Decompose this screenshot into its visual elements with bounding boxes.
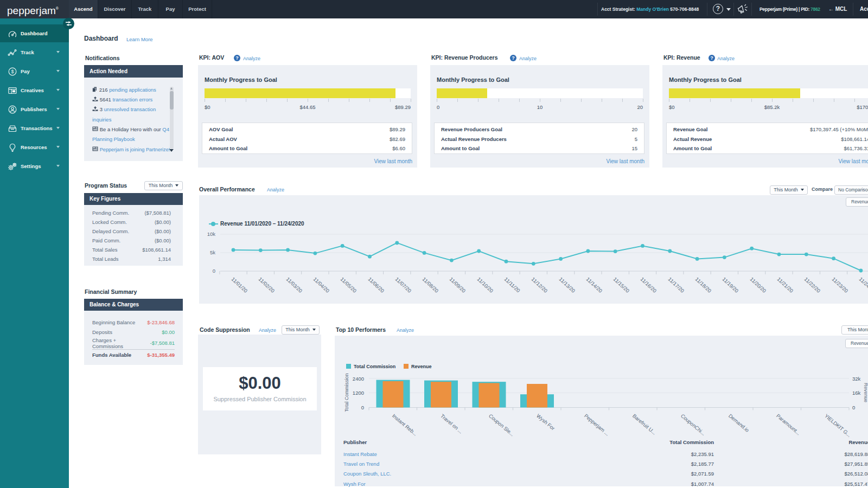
svg-text:2400: 2400 [353, 376, 364, 382]
svg-text:32k: 32k [852, 376, 861, 382]
svg-text:1200: 1200 [353, 390, 364, 396]
svg-text:5k: 5k [210, 249, 215, 255]
svg-text:Revenue: Revenue [863, 383, 868, 402]
svg-text:0: 0 [213, 268, 215, 274]
svg-text:0: 0 [361, 404, 364, 410]
svg-text:10k: 10k [207, 231, 216, 237]
svg-text:$: $ [11, 69, 14, 74]
svg-text:16k: 16k [852, 390, 861, 396]
svg-text:0: 0 [852, 404, 855, 410]
svg-text:Total Commission: Total Commission [344, 373, 349, 412]
